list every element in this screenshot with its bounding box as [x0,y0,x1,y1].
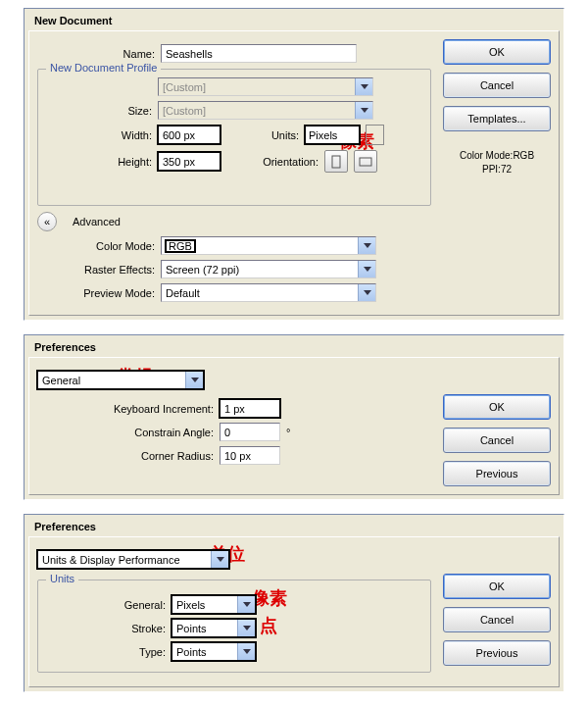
preview-mode-label: Preview Mode: [37,287,155,299]
preferences-section-select[interactable] [37,550,229,569]
chevron-down-icon [211,551,228,568]
ok-button[interactable]: OK [443,39,551,65]
orientation-landscape-button[interactable] [354,150,377,173]
units-label: Units: [244,129,299,141]
preferences-units-dialog: Preferences 单位 Units 像素 点 General: [24,514,564,692]
chevron-down-icon [358,261,375,277]
ok-button[interactable]: OK [443,574,551,599]
chevron-down-icon [185,372,203,388]
orientation-portrait-button[interactable] [324,150,348,173]
keyboard-increment-label: Keyboard Increment: [37,403,214,415]
advanced-toggle[interactable]: « [37,212,57,231]
chevron-down-icon [237,643,255,660]
preferences-general-dialog: Preferences 常规 Keyboard Increment: Const… [24,334,564,500]
cancel-button[interactable]: Cancel [443,607,551,632]
chevron-down-icon [355,78,372,95]
chevron-down-icon [358,237,375,254]
corner-radius-label: Corner Radius: [37,450,214,462]
height-label: Height: [48,156,152,168]
raster-effects-label: Raster Effects: [37,264,155,276]
general-units-select[interactable] [172,595,256,614]
cancel-button[interactable]: Cancel [443,73,551,98]
advanced-label: Advanced [73,216,121,227]
chevron-down-icon [237,620,255,636]
units-legend: Units [46,573,78,584]
new-document-dialog: New Document 像素 Name: New Document Profi… [24,8,564,321]
orientation-label: Orientation: [244,156,318,168]
info-text: Color Mode:RGB PPI:72 [443,149,551,176]
name-label: Name: [37,48,155,60]
name-input[interactable] [161,44,357,63]
width-label: Width: [48,129,152,141]
profile-legend: New Document Profile [46,62,161,74]
cancel-button[interactable]: Cancel [443,428,551,453]
width-input[interactable] [158,126,220,144]
raster-effects-select[interactable] [161,260,376,278]
constrain-angle-label: Constrain Angle: [37,427,214,438]
chevron-down-icon [237,596,255,613]
previous-button[interactable]: Previous [443,461,551,486]
chevron-down-icon [355,102,372,119]
degree-symbol: ° [286,427,290,438]
chevron-down-icon[interactable] [366,125,384,145]
preview-mode-select[interactable] [161,283,376,302]
units-select[interactable] [305,126,360,144]
dialog-title: Preferences [24,335,564,357]
ok-button[interactable]: OK [443,394,551,420]
stroke-units-select[interactable] [172,619,256,637]
height-input[interactable] [158,152,220,171]
chevron-down-icon [358,284,375,301]
preferences-section-select[interactable] [37,371,204,389]
keyboard-increment-input[interactable] [220,399,280,418]
templates-button[interactable]: Templates... [443,106,551,131]
svg-rect-0 [332,156,340,168]
color-mode-label: Color Mode: [37,240,155,252]
previous-button[interactable]: Previous [443,640,551,666]
size-select[interactable] [158,101,373,120]
profile-select[interactable] [158,77,373,96]
general-units-label: General: [48,599,166,611]
corner-radius-input[interactable] [220,446,280,465]
size-label: Size: [48,105,152,117]
type-units-label: Type: [48,646,166,658]
color-mode-select[interactable]: RGB [161,236,376,255]
stroke-units-label: Stroke: [48,623,166,634]
type-units-select[interactable] [172,642,256,661]
constrain-angle-input[interactable] [220,423,280,441]
dialog-title: Preferences [24,515,564,536]
dialog-title: New Document [24,9,564,30]
svg-rect-1 [360,158,371,166]
